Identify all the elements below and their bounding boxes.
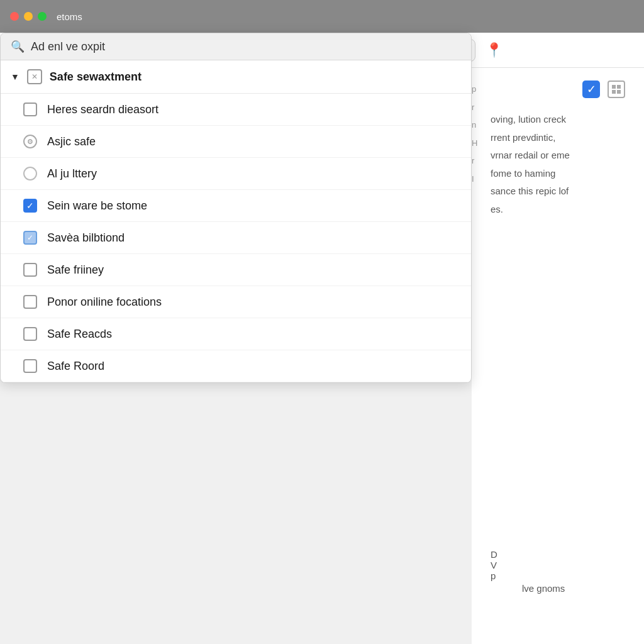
item-label: Safe Reacds [47, 328, 112, 341]
list-item[interactable]: Safe Reacds [1, 318, 471, 350]
list-item[interactable]: ✓ Savèa bilbtiond [1, 222, 471, 254]
text-line: vrnar redail or eme [491, 147, 625, 165]
item-label: Safe friiney [47, 264, 104, 277]
item-label: Heres seardn dieasort [47, 103, 158, 116]
bottom-text-line: D [491, 549, 497, 560]
checkbox-empty[interactable] [23, 359, 37, 373]
text-line: sance this repic lof [491, 182, 625, 201]
checkbox-empty[interactable] [23, 295, 37, 309]
list-item[interactable]: ✓ Sein ware be stome [1, 190, 471, 222]
text-line: fome to haming [491, 165, 625, 183]
item-label: Sein ware be stome [47, 199, 147, 213]
list-item[interactable]: Ponor oniline focations [1, 286, 471, 318]
bottom-text-gnoms: lve gnoms [522, 583, 565, 594]
titlebar: etoms [0, 0, 644, 33]
list-item[interactable]: Safe friiney [1, 254, 471, 286]
circle-icon [23, 167, 37, 180]
dropdown-search-icon: 🔍 [11, 40, 25, 53]
right-panel: ✓ p r n H r I oving, lution creck rrent … [472, 68, 644, 644]
checkbox-empty[interactable] [23, 103, 37, 116]
bottom-text: D V p [491, 549, 497, 581]
blue-checkbox-icon[interactable]: ✓ [582, 80, 600, 98]
item-label: Asjic safe [47, 135, 96, 148]
side-letters: p r n H r I [472, 80, 484, 189]
spinner-icon: ⚙ [23, 135, 37, 148]
section-header-row[interactable]: ▼ ✕ Safe sewaxtment [1, 60, 471, 94]
traffic-light-red[interactable] [10, 12, 19, 21]
dropdown-search-row[interactable]: 🔍 Ad enl ve oxpit [1, 33, 471, 60]
svg-rect-3 [617, 90, 621, 94]
dropdown-search-text: Ad enl ve oxpit [31, 40, 461, 53]
svg-rect-1 [617, 85, 621, 89]
bottom-text-line: V [491, 560, 497, 570]
checkbox-empty[interactable] [23, 263, 37, 277]
checkbox-empty[interactable] [23, 327, 37, 341]
right-panel-icons: ✓ [491, 80, 625, 98]
traffic-light-green[interactable] [38, 12, 47, 21]
item-label: Al ju lttery [47, 167, 97, 180]
section-icon: ✕ [27, 69, 42, 84]
text-line: rrent prevdintic, [491, 129, 625, 147]
topbar-right-icons: 📍 [486, 42, 502, 58]
right-panel-text: oving, lution creck rrent prevdintic, vr… [491, 111, 625, 218]
svg-rect-2 [612, 90, 616, 94]
checkbox-checked-blue[interactable]: ✓ [23, 199, 37, 213]
list-item[interactable]: Heres seardn dieasort [1, 94, 471, 126]
list-item[interactable]: ⚙ Asjic safe [1, 126, 471, 158]
section-header-label: Safe sewaxtment [50, 70, 142, 84]
item-label: Savèa bilbtiond [47, 231, 125, 245]
search-dropdown: 🔍 Ad enl ve oxpit ▼ ✕ Safe sewaxtment He… [0, 33, 472, 383]
text-line: es. [491, 201, 625, 219]
list-item[interactable]: Al ju lttery [1, 158, 471, 190]
checkbox-checked-light[interactable]: ✓ [23, 231, 37, 245]
dropdown-list: Heres seardn dieasort ⚙ Asjic safe Al ju… [1, 94, 471, 382]
grid-view-icon[interactable] [608, 80, 625, 98]
location-icon[interactable]: 📍 [486, 42, 502, 58]
traffic-light-yellow[interactable] [24, 12, 33, 21]
item-label: Safe Roord [47, 360, 104, 373]
item-label: Ponor oniline focations [47, 296, 162, 309]
list-item[interactable]: Safe Roord [1, 350, 471, 382]
text-line: oving, lution creck [491, 111, 625, 129]
svg-rect-0 [612, 85, 616, 89]
bottom-text-line: p [491, 570, 497, 581]
app-title: etoms [57, 11, 82, 22]
chevron-down-icon: ▼ [11, 72, 19, 82]
